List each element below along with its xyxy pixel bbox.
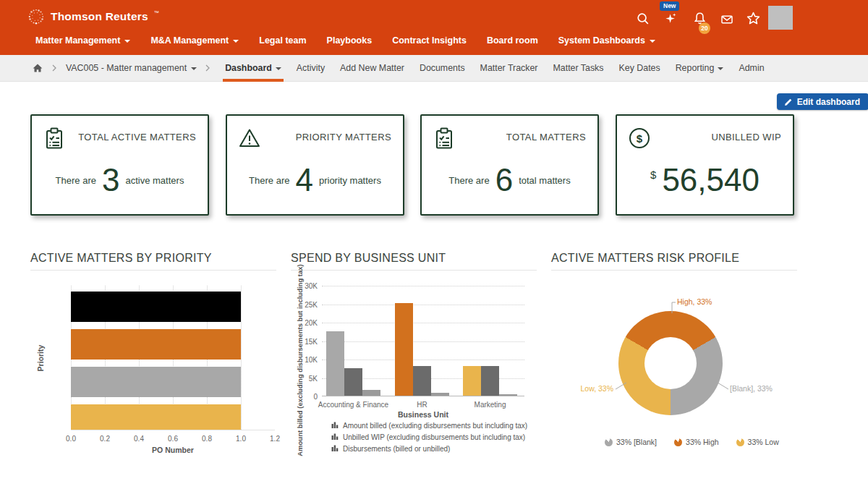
tab-matter-tasks[interactable]: Matter Tasks (553, 55, 603, 82)
y-tick-label: 10K (297, 356, 318, 364)
tab-dashboard[interactable]: Dashboard (225, 55, 281, 82)
y-axis-label: Priority (36, 345, 45, 372)
search-button[interactable] (635, 11, 651, 27)
tab-label: Activity (297, 63, 325, 73)
x-tick-label: 1.0 (236, 435, 246, 443)
x-tick-label: 0.0 (66, 435, 76, 443)
kpi-card-unbilled-wip[interactable]: $ UNBILLED WIP$56,540 (616, 114, 794, 216)
pencil-icon (784, 98, 793, 106)
home-icon (32, 63, 43, 73)
top-bar: Thomson Reuters ™ New 20 (0, 0, 868, 55)
bar-marketing-disbursements-2[interactable] (499, 394, 517, 396)
bar-hr-unbilled-1[interactable] (413, 366, 431, 396)
legend-label: Unbilled WIP (excluding disbursements bu… (343, 433, 525, 441)
sparkle-icon (664, 12, 677, 25)
user-avatar[interactable] (768, 6, 793, 30)
kpi-suffix-text: active matters (125, 175, 184, 186)
pie-icon (736, 438, 744, 446)
bar-low[interactable] (71, 367, 241, 397)
bar-accounting-finance-amount-0[interactable] (326, 331, 344, 396)
x-axis-label: Business Unit (322, 410, 524, 419)
divider (551, 270, 797, 271)
favorites-button[interactable] (745, 10, 761, 26)
nav-item-contract-insights[interactable]: Contract Insights (392, 35, 467, 46)
nav-item-legal-team[interactable]: Legal team (259, 35, 306, 46)
gridline (322, 341, 524, 342)
kpi-suffix-text: total matters (519, 175, 571, 186)
tab-label: Reporting (676, 63, 715, 73)
donut-chart[interactable] (618, 311, 723, 415)
kpi-card-total-active-matters[interactable]: TOTAL ACTIVE MATTERSThere are3active mat… (30, 114, 209, 216)
legend-item: Amount billed (excluding disbursements b… (331, 421, 527, 430)
bar-hr-amount-0[interactable] (395, 303, 413, 396)
gridline (322, 360, 524, 360)
dashboard-content: Edit dashboard TOTAL ACTIVE MATTERSThere… (0, 82, 868, 489)
brand-name: Thomson Reuters (51, 8, 148, 25)
messages-button[interactable] (719, 12, 735, 27)
nav-item-playbooks[interactable]: Playbooks (327, 35, 373, 46)
slice-callout-high: High, 33% (677, 297, 712, 306)
divider (30, 270, 276, 271)
kpi-value: 6 (495, 164, 513, 196)
bar-row-low: Low (71, 367, 275, 397)
gridline (322, 305, 524, 305)
column-plot-area: 05K10K15K20K25K30K (322, 286, 524, 396)
bar-marketing-unbilled-1[interactable] (481, 366, 499, 396)
kpi-card-total-matters[interactable]: TOTAL MATTERSThere are6total matters (420, 114, 599, 216)
tab-matter-tracker[interactable]: Matter Tracker (480, 55, 538, 82)
chevron-down-icon (718, 67, 723, 70)
kpi-card-title: PRIORITY MATTERS (296, 132, 391, 143)
legend-item: Disbursements (billed or unbilled) (331, 444, 527, 453)
bar-row-medium: Medium (71, 404, 275, 430)
currency-symbol: $ (650, 169, 656, 181)
tab-activity[interactable]: Activity (297, 55, 325, 82)
tab-admin[interactable]: Admin (739, 55, 764, 82)
home-breadcrumb[interactable] (32, 63, 43, 73)
tab-documents[interactable]: Documents (420, 55, 465, 82)
kpi-prefix-text: There are (249, 175, 289, 186)
kpi-suffix-text: priority matters (319, 175, 381, 186)
category-label: Accounting & Finance (318, 401, 388, 409)
tab-reporting[interactable]: Reporting (676, 55, 724, 82)
bar-hr-disbursements-2[interactable] (431, 393, 449, 396)
x-tick-label: 0.2 (100, 435, 110, 443)
y-tick-label: 25K (297, 300, 318, 308)
bar-accounting-finance-unbilled-1[interactable] (344, 368, 362, 396)
chart-active-matters-by-priority: ACTIVE MATTERS BY PRIORITY Priority [Bla… (30, 252, 276, 489)
kpi-card-priority-matters[interactable]: PRIORITY MATTERSThere are4priority matte… (226, 114, 404, 216)
bar-accounting-finance-disbursements-2[interactable] (362, 390, 380, 396)
x-tick-label: 0.4 (134, 435, 144, 443)
legend-item-33-blank: 33% [Blank] (605, 438, 657, 446)
nav-item-board-room[interactable]: Board room (487, 35, 538, 46)
tab-key-dates[interactable]: Key Dates (619, 55, 660, 82)
tab-label: Dashboard (225, 63, 272, 73)
bar-medium[interactable] (71, 404, 241, 430)
edit-dashboard-button[interactable]: Edit dashboard (777, 93, 868, 110)
kpi-value: 56,540 (662, 164, 760, 196)
nav-item-m-a-management[interactable]: M&A Management (150, 35, 239, 46)
bar-blank[interactable] (71, 292, 241, 322)
warning-triangle-icon (237, 126, 262, 153)
nav-item-matter-management[interactable]: Matter Management (35, 35, 130, 46)
chevron-right-icon (52, 64, 57, 72)
new-feature-badge: New (660, 1, 679, 11)
bar-marketing-amount-0[interactable] (463, 366, 481, 396)
star-icon (746, 12, 760, 25)
tab-add-new-matter[interactable]: Add New Matter (340, 55, 404, 82)
ai-assistant-button[interactable] (663, 11, 678, 27)
matter-selector[interactable]: VAC005 - Matter management (66, 63, 197, 73)
trademark-symbol: ™ (154, 10, 159, 15)
legend-item: Unbilled WIP (excluding disbursements bu… (331, 433, 527, 441)
chart-active-matters-risk-profile: ACTIVE MATTERS RISK PROFILE High, 33% [B… (551, 252, 797, 489)
nav-item-label: M&A Management (150, 35, 229, 46)
legend-item-33-high: 33% High (674, 438, 719, 446)
pie-icon (605, 438, 613, 446)
chevron-down-icon (191, 67, 197, 70)
main-nav: Matter ManagementM&A ManagementLegal tea… (35, 35, 655, 46)
y-tick-label: 15K (297, 337, 318, 345)
svg-text:$: $ (637, 132, 643, 145)
bar-high[interactable] (71, 329, 241, 360)
nav-item-system-dashboards[interactable]: System Dashboards (558, 35, 655, 46)
tab-label: Admin (739, 63, 764, 73)
thomson-reuters-logo[interactable]: Thomson Reuters ™ (27, 8, 159, 25)
